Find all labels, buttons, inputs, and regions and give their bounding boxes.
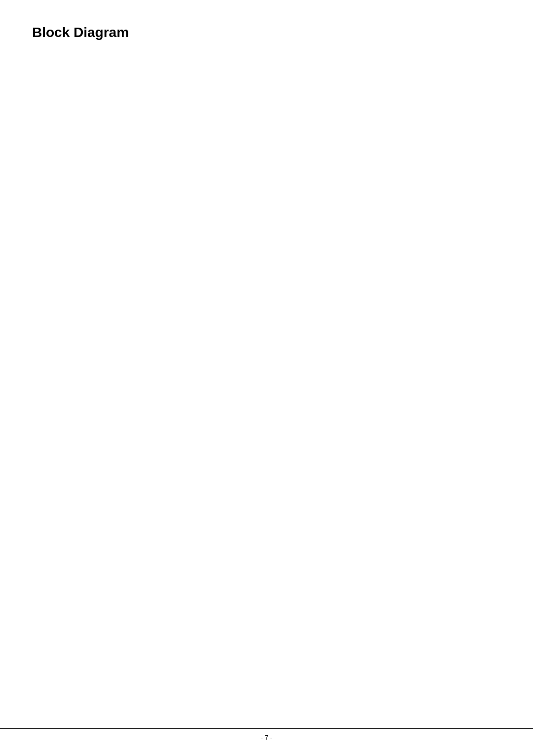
page-footer: - 7 - — [0, 728, 533, 741]
page-container: Block Diagram 1 PCIE x 16 2 PCIE x 8 PCI… — [0, 0, 533, 756]
page-title: Block Diagram — [32, 25, 501, 40]
